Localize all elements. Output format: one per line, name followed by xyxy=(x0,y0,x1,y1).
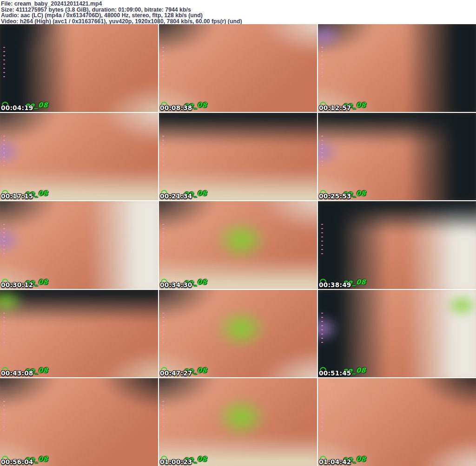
timestamp-overlay: 00:51:45 xyxy=(319,369,351,377)
timestamp-overlay: 00:17:15 xyxy=(1,192,33,200)
file-info-line: File: cream_baby_202412011421.mp4 xyxy=(1,1,476,7)
video-thumbnail: 00:25:53 ee_08 xyxy=(318,113,476,201)
thumbnail-image-placeholder xyxy=(159,290,317,378)
timestamp-overlay: 00:25:53 xyxy=(319,192,351,200)
thumbnail-image-placeholder xyxy=(0,378,158,466)
video-thumbnail: 00:12:57 ee_08 xyxy=(318,24,476,112)
timestamp-overlay: 00:30:12 xyxy=(1,281,33,289)
timestamp-overlay: 00:34:30 xyxy=(160,281,192,289)
video-thumbnail: 00:08:38 ee_08 xyxy=(159,24,317,112)
file-info-line: Audio: aac (LC) (mp4a / 0x6134706D), 480… xyxy=(1,13,476,19)
thumbnail-image-placeholder xyxy=(318,24,476,112)
overlay-menu-strip xyxy=(321,313,323,344)
overlay-menu-strip xyxy=(162,313,164,344)
overlay-menu-strip xyxy=(3,313,5,344)
overlay-menu-strip xyxy=(321,224,323,256)
timestamp-overlay: 00:08:38 xyxy=(160,104,192,112)
timestamp-overlay: 01:00:23 xyxy=(160,458,192,466)
thumbnail-image-placeholder xyxy=(159,378,317,466)
thumbnail-image-placeholder xyxy=(318,378,476,466)
file-info-line: Video: h264 (High) (avc1 / 0x31637661), … xyxy=(1,19,476,25)
thumbnail-image-placeholder xyxy=(0,24,158,112)
thumbnail-image-placeholder xyxy=(0,290,158,378)
thumbnail-image-placeholder xyxy=(318,290,476,378)
video-thumbnail: 00:47:27 ee_08 xyxy=(159,290,317,378)
video-thumbnail: 00:04:19 ee_08 xyxy=(0,24,158,112)
video-thumbnail: 00:56:04 ee_08 xyxy=(0,378,158,466)
overlay-menu-strip xyxy=(162,47,164,79)
video-thumbnail: 00:38:49 ee_08 xyxy=(318,201,476,289)
thumbnail-image-placeholder xyxy=(159,201,317,289)
timestamp-overlay: 00:04:19 xyxy=(1,104,33,112)
video-thumbnail: 00:51:45 ee_08 xyxy=(318,290,476,378)
thumbnail-image-placeholder xyxy=(159,113,317,201)
overlay-menu-strip xyxy=(3,401,5,433)
thumbnail-image-placeholder xyxy=(159,24,317,112)
overlay-menu-strip xyxy=(321,401,323,433)
overlay-menu-strip xyxy=(162,401,164,433)
timestamp-overlay: 00:56:04 xyxy=(1,458,33,466)
overlay-menu-strip xyxy=(321,47,323,79)
overlay-menu-strip xyxy=(162,224,164,256)
thumbnail-image-placeholder xyxy=(0,201,158,289)
video-thumbnail: 00:34:30 ee_08 xyxy=(159,201,317,289)
file-info-header: File: cream_baby_202412011421.mp4Size: 4… xyxy=(0,0,476,24)
timestamp-overlay: 00:38:49 xyxy=(319,281,351,289)
video-thumbnail: 01:04:42 ee_08 xyxy=(318,378,476,466)
timestamp-overlay: 01:04:42 xyxy=(319,458,351,466)
overlay-menu-strip xyxy=(321,136,323,167)
overlay-menu-strip xyxy=(3,47,5,79)
timestamp-overlay: 00:47:27 xyxy=(160,369,192,377)
video-thumbnail: 01:00:23 ee_08 xyxy=(159,378,317,466)
timestamp-overlay: 00:12:57 xyxy=(319,104,351,112)
video-thumbnail: 00:17:15 ee_08 xyxy=(0,113,158,201)
overlay-menu-strip xyxy=(3,224,5,256)
timestamp-overlay: 00:21:34 xyxy=(160,192,192,200)
video-thumbnail: 00:43:08 ee_08 xyxy=(0,290,158,378)
video-contact-sheet: File: cream_baby_202412011421.mp4Size: 4… xyxy=(0,0,476,466)
overlay-menu-strip xyxy=(3,136,5,167)
thumbnail-grid: 00:04:19 ee_08 00:08:38 ee_08 00:12:57 e… xyxy=(0,24,476,466)
thumbnail-image-placeholder xyxy=(318,113,476,201)
timestamp-overlay: 00:43:08 xyxy=(1,369,33,377)
thumbnail-image-placeholder xyxy=(318,201,476,289)
thumbnail-image-placeholder xyxy=(0,113,158,201)
video-thumbnail: 00:30:12 ee_08 xyxy=(0,201,158,289)
video-thumbnail: 00:21:34 ee_08 xyxy=(159,113,317,201)
overlay-menu-strip xyxy=(162,136,164,167)
